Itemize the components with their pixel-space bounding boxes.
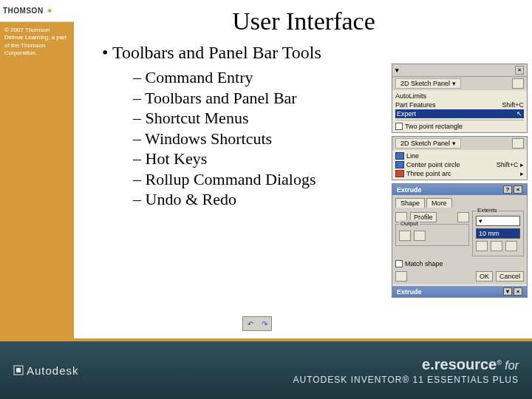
circle-icon — [395, 161, 404, 168]
product-suffix: 11 ESSENTIALS PLUS — [413, 375, 519, 385]
dialog-titlebar[interactable]: Extrude ? × — [392, 184, 527, 195]
line-icon — [395, 152, 404, 160]
tab-shape[interactable]: Shape — [395, 198, 425, 208]
surface-icon[interactable] — [414, 231, 426, 241]
submenu-arrow-icon: ▸ — [520, 170, 524, 177]
solid-icon[interactable] — [399, 231, 411, 241]
dialog-body: Shape More Profile Output — [392, 195, 527, 284]
product-name: AUTODESK INVENTOR — [293, 375, 403, 385]
direction-icon[interactable] — [457, 212, 469, 222]
bullet-item: Toolbars and Panel Bar — [133, 88, 355, 109]
menu-label: AutoLimits — [395, 92, 426, 100]
eresource-block: e.resource® for AUTODESK INVENTOR® 11 ES… — [293, 356, 519, 385]
panel2-title[interactable]: 2D Sketch Panel ▾ — [395, 138, 461, 149]
bullet-item: Hot Keys — [133, 149, 355, 169]
panel-bar-2: 2D Sketch Panel ▾ Line Center point circ… — [392, 136, 528, 180]
menu-label: Part Features — [395, 101, 436, 109]
brand-star-icon: ✷ — [47, 7, 52, 15]
tab-more[interactable]: More — [426, 198, 452, 208]
close-icon[interactable]: × — [515, 66, 524, 75]
heading-bullet: Toolbars and Panel Bar Tools — [102, 43, 528, 63]
tool-line[interactable]: Line — [395, 151, 524, 160]
panel1-title[interactable]: 2D Sketch Panel ▾ — [395, 78, 461, 89]
bullet-item: Shortcut Menus — [133, 108, 355, 129]
rolldown-icon[interactable]: ▾ — [503, 287, 512, 296]
dialog-buttons: OK Cancel — [395, 271, 524, 282]
close-icon[interactable]: × — [514, 185, 522, 194]
tool-circle[interactable]: Center point circle Shift+C ▸ — [395, 160, 524, 169]
dialog-title: Extrude — [397, 186, 422, 194]
undo-redo-toolbar: ↶ ↷ — [242, 316, 272, 331]
close-icon[interactable]: × — [514, 287, 522, 296]
checkbox-label: Two point rectangle — [405, 123, 463, 130]
for-word: for — [505, 359, 519, 372]
arc-icon — [395, 170, 404, 177]
tool-shortcut: Shift+C ▸ — [497, 161, 524, 168]
panels-column: ▾ × 2D Sketch Panel ▾ AutoLimits Part Fe… — [392, 64, 528, 298]
sidebar-panel: © 2007 Thomson Delmar Learning, a part o… — [0, 22, 74, 338]
bullet-item: Rollup Command Dialogs — [133, 169, 355, 190]
autodesk-logo: Autodesk — [13, 364, 79, 377]
footer-bar: Autodesk e.resource® for AUTODESK INVENT… — [0, 341, 532, 399]
autodesk-mark-icon — [13, 365, 24, 375]
output-group: Output — [395, 224, 469, 246]
menu-label: Expert — [397, 110, 416, 117]
menu-item-expert[interactable]: Expert ↖ — [395, 109, 524, 118]
cursor-icon: ↖ — [516, 110, 522, 117]
panel2-body: Line Center point circle Shift+C ▸ Three… — [392, 150, 527, 180]
panel1-drag-handle[interactable]: ▾ — [395, 66, 399, 74]
help-icon[interactable]: ? — [503, 185, 512, 194]
dir-sym-icon[interactable] — [505, 241, 517, 251]
tool-label: Center point circle — [406, 161, 460, 168]
tool-arc[interactable]: Three point arc ▸ — [395, 169, 524, 178]
match-shape-label: Match shape — [405, 260, 443, 267]
reg-mark: ® — [497, 358, 502, 366]
brand-logo: THOMSON ✷ — [0, 0, 74, 22]
panel1-toolbar: 2D Sketch Panel ▾ — [392, 77, 527, 90]
panel2-toolbar: 2D Sketch Panel ▾ — [392, 137, 527, 150]
panel2-help-button[interactable] — [512, 138, 524, 149]
panel1-body: AutoLimits Part Features Shift+C Expert … — [392, 90, 527, 132]
dialog-tabs: Shape More — [395, 198, 524, 208]
dir1-icon[interactable] — [476, 241, 488, 251]
menu-item-partfeatures[interactable]: Part Features Shift+C — [395, 100, 524, 109]
dir2-icon[interactable] — [491, 241, 502, 251]
redo-icon[interactable]: ↷ — [262, 320, 267, 328]
checkbox-icon[interactable] — [395, 260, 403, 267]
extrude-dialog: Extrude ? × Shape More Profile — [392, 183, 528, 298]
extents-group: Extents ▾ 10 mm — [472, 211, 524, 256]
eresource-line: e.resource® for — [293, 356, 519, 373]
panel1-checkbox-row[interactable]: Two point rectangle — [395, 122, 524, 131]
cancel-button[interactable]: Cancel — [496, 271, 524, 282]
brand-name: THOMSON — [3, 7, 44, 15]
eresource-word: e.resource — [422, 356, 497, 372]
undo-icon[interactable]: ↶ — [248, 320, 253, 328]
extents-label: Extents — [476, 207, 499, 214]
checkbox-icon[interactable] — [395, 123, 403, 130]
panel1-help-button[interactable] — [512, 78, 524, 89]
panel1-header: ▾ × — [392, 64, 527, 77]
output-label: Output — [399, 220, 420, 227]
ok-button[interactable]: OK — [476, 271, 493, 282]
autodesk-text: Autodesk — [27, 364, 79, 377]
dialog-footer-title: Extrude — [397, 288, 422, 296]
menu-shortcut: Shift+C — [502, 101, 524, 109]
footer: Autodesk e.resource® for AUTODESK INVENT… — [0, 338, 532, 399]
distance-input[interactable]: 10 mm — [476, 228, 520, 239]
slide-title: User Interface — [80, 7, 528, 35]
svg-rect-1 — [16, 368, 21, 372]
panel-bar-1: ▾ × 2D Sketch Panel ▾ AutoLimits Part Fe… — [392, 64, 528, 133]
copyright-text: © 2007 Thomson Delmar Learning, a part o… — [0, 22, 74, 62]
extents-dropdown[interactable]: ▾ — [476, 216, 520, 226]
tool-label: Line — [406, 152, 419, 160]
dialog-footerbar[interactable]: Extrude ▾ × — [392, 286, 527, 297]
divider — [395, 120, 524, 120]
bullet-item: Command Entry — [133, 67, 355, 88]
menu-item-autolimits[interactable]: AutoLimits — [395, 92, 524, 100]
bullet-item: Windows Shortcuts — [133, 129, 355, 149]
product-line: AUTODESK INVENTOR® 11 ESSENTIALS PLUS — [293, 375, 519, 385]
match-shape-row[interactable]: Match shape — [395, 259, 524, 268]
bullet-item: Undo & Redo — [133, 189, 355, 210]
rollup-icon[interactable] — [395, 271, 407, 282]
tool-label: Three point arc — [406, 170, 451, 177]
